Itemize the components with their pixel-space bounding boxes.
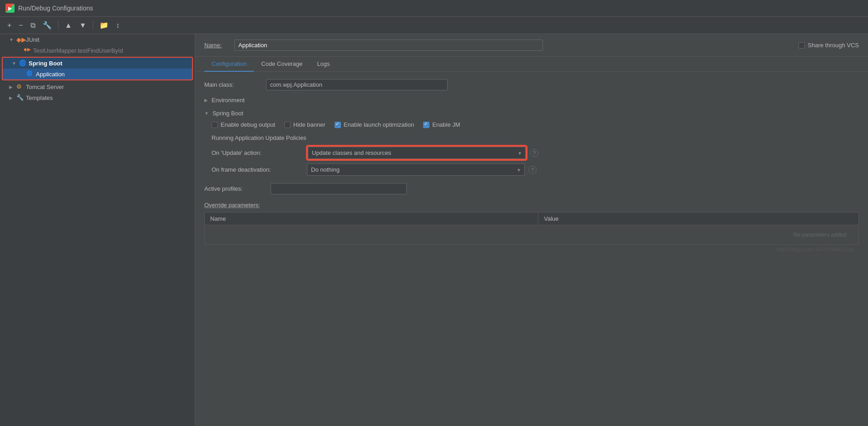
toolbar: + − ⧉ 🔧 ▲ ▼ 📁 ↕ (0, 17, 868, 34)
empty-row: No parameters added. (205, 225, 859, 245)
on-update-help-icon[interactable]: ? (530, 149, 538, 157)
share-vcs-label: Share through VCS (808, 42, 859, 49)
config-content: Main class: ▶ Environment ▼ Spring Boot (195, 72, 868, 426)
policies-label: Running Application Update Policies (212, 134, 859, 141)
option-hide-banner: Hide banner (284, 121, 326, 128)
spring-boot-group: ▼ 🌀 Spring Boot 🌀 Application (2, 57, 193, 80)
tab-configuration[interactable]: Configuration (204, 57, 254, 72)
left-panel: ▼ ◆▶ JUnit ◆▶ TestUserMapper.testFindUse… (0, 34, 195, 426)
main-class-label: Main class: (204, 81, 259, 88)
enable-jm-checkbox[interactable] (423, 122, 429, 128)
on-frame-deactivation-row: On frame deactivation: Do nothing Update… (212, 163, 859, 176)
environment-arrow: ▶ (204, 98, 208, 103)
enable-jm-label: Enable JM (432, 121, 460, 128)
on-frame-dropdown-wrapper: Do nothing Update classes and resources … (307, 163, 525, 176)
collapse-arrow-templates: ▶ (9, 95, 15, 100)
sidebar-item-testusermapper[interactable]: ◆▶ TestUserMapper.testFindUserById (0, 45, 195, 56)
option-enable-jm: Enable JM (423, 121, 460, 128)
sort-button[interactable]: ↕ (113, 20, 122, 31)
collapse-arrow-junit: ▼ (9, 37, 15, 42)
override-params-section: Override parameters: Name Value (204, 202, 859, 254)
tomcat-label: Tomcat Server (26, 84, 64, 90)
on-update-label-text: On 'Update' action: (212, 149, 261, 156)
debug-checkbox[interactable] (212, 122, 218, 128)
option-debug: Enable debug output (212, 121, 275, 128)
junit-icon: ◆▶ (16, 36, 24, 43)
environment-section[interactable]: ▶ Environment (204, 97, 859, 104)
active-profiles-input[interactable] (271, 183, 407, 194)
main-class-row: Main class: (204, 79, 859, 90)
collapse-arrow-tomcat: ▶ (9, 84, 15, 89)
debug-label: Enable debug output (221, 121, 275, 128)
on-frame-dropdown-container: Do nothing Update classes and resources … (307, 163, 537, 176)
on-update-dropdown-container: Update classes and resources Hot swap cl… (307, 146, 538, 160)
on-frame-help-icon[interactable]: ? (528, 166, 537, 174)
testusermapper-label: TestUserMapper.testFindUserById (33, 47, 123, 54)
springboot-section: ▼ Spring Boot Enable debug output Hide b… (204, 110, 859, 176)
springboot-icon: 🌀 (19, 59, 26, 67)
col-name: Name (205, 213, 538, 225)
right-panel: Name: Share through VCS Configuration Co… (195, 34, 868, 426)
settings-button[interactable]: 🔧 (40, 20, 54, 31)
folder-button[interactable]: 📁 (97, 20, 111, 31)
share-vcs-checkbox[interactable] (799, 42, 805, 49)
move-up-button[interactable]: ▲ (62, 20, 75, 31)
option-launch-opt: Enable launch optimization (335, 121, 414, 128)
spring-boot-options: Enable debug output Hide banner Enable l… (212, 121, 859, 128)
springboot-section-label: Spring Boot (212, 110, 243, 117)
on-frame-label: On frame deactivation: (212, 166, 302, 173)
override-params-label-text: Override parameters: (204, 202, 260, 208)
move-down-button[interactable]: ▼ (77, 20, 89, 31)
params-table: Name Value No parameters added. (204, 212, 859, 245)
leaf-arrow (16, 48, 22, 53)
toolbar-divider (58, 21, 59, 30)
tab-logs[interactable]: Logs (310, 57, 337, 72)
collapse-arrow-springboot: ▼ (12, 61, 17, 66)
active-profiles-row: Active profiles: (204, 183, 859, 194)
application-icon: 🌀 (26, 70, 34, 78)
remove-button[interactable]: − (16, 20, 25, 31)
tab-code-coverage[interactable]: Code Coverage (254, 57, 310, 72)
no-params-label: No parameters added. (794, 232, 848, 238)
sidebar-item-springboot[interactable]: ▼ 🌀 Spring Boot (3, 58, 192, 69)
sidebar-item-templates[interactable]: ▶ 🔧 Templates (0, 92, 195, 103)
dialog-title: Run/Debug Configurations (18, 5, 93, 12)
no-params-text: No parameters added. (210, 228, 853, 242)
active-profiles-label: Active profiles: (204, 185, 263, 192)
environment-label: Environment (212, 97, 245, 104)
springboot-label: Spring Boot (29, 60, 62, 67)
templates-label: Templates (26, 94, 53, 101)
test-icon: ◆▶ (24, 47, 31, 54)
sidebar-item-application[interactable]: 🌀 Application (3, 69, 192, 79)
on-update-dropdown-wrapper: Update classes and resources Hot swap cl… (307, 146, 527, 160)
on-update-row: On 'Update' action: Update classes and r… (212, 146, 859, 160)
name-input[interactable] (234, 40, 543, 51)
hide-banner-checkbox[interactable] (284, 122, 291, 128)
on-frame-dropdown[interactable]: Do nothing Update classes and resources … (307, 163, 525, 176)
app-icon: ▶ (5, 4, 15, 13)
launch-opt-label: Enable launch optimization (344, 121, 414, 128)
tomcat-icon: ⚙ (16, 83, 24, 90)
sidebar-item-junit[interactable]: ▼ ◆▶ JUnit (0, 34, 195, 45)
share-vcs-row: Share through VCS (799, 42, 859, 49)
name-label: Name: (204, 42, 227, 49)
copy-button[interactable]: ⧉ (28, 20, 38, 31)
sidebar-item-tomcat[interactable]: ▶ ⚙ Tomcat Server (0, 81, 195, 92)
springboot-section-arrow: ▼ (204, 111, 209, 116)
on-update-label: On 'Update' action: (212, 149, 302, 156)
override-params-label: Override parameters: (204, 202, 859, 208)
col-value: Value (538, 213, 859, 225)
junit-label: JUnit (26, 36, 39, 43)
application-label: Application (36, 71, 65, 78)
tabs-row: Configuration Code Coverage Logs (195, 57, 868, 72)
launch-opt-checkbox[interactable] (335, 122, 341, 128)
toolbar-divider-2 (93, 21, 93, 30)
main-class-input[interactable] (266, 79, 448, 90)
main-layout: ▼ ◆▶ JUnit ◆▶ TestUserMapper.testFindUse… (0, 34, 868, 426)
leaf-arrow-app (19, 72, 25, 77)
name-row: Name: Share through VCS (195, 34, 868, 57)
springboot-section-header[interactable]: ▼ Spring Boot (204, 110, 859, 117)
title-bar: ▶ Run/Debug Configurations (0, 0, 868, 17)
add-button[interactable]: + (5, 20, 14, 31)
on-update-dropdown[interactable]: Update classes and resources Hot swap cl… (308, 147, 526, 159)
